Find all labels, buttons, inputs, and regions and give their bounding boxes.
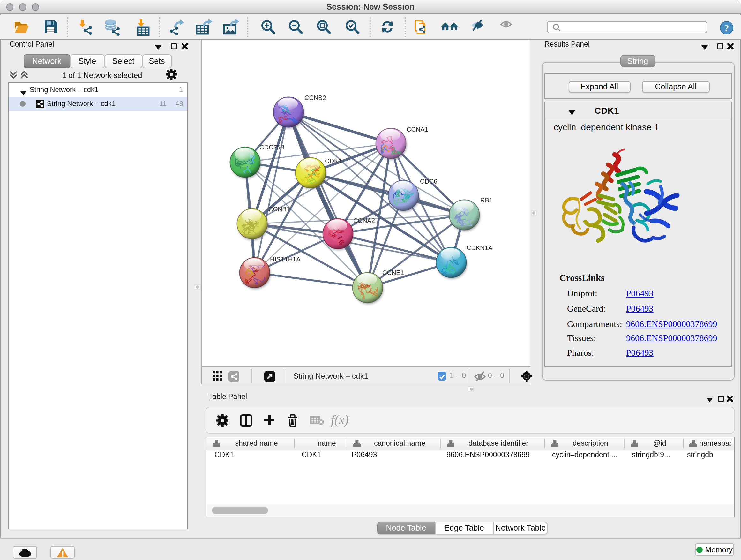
svg-text:CDKN1A: CDKN1A [466, 244, 492, 251]
svg-text:HIST1H1A: HIST1H1A [270, 255, 300, 262]
svg-text:?: ? [724, 22, 729, 33]
svg-text:CCNB2: CCNB2 [304, 94, 326, 101]
svg-text:CDC6: CDC6 [420, 178, 437, 185]
svg-text:CDK1: CDK1 [325, 157, 341, 164]
svg-text:CDC25B: CDC25B [259, 143, 284, 150]
svg-text:RB1: RB1 [480, 196, 492, 203]
svg-text:CCNA1: CCNA1 [406, 125, 428, 132]
svg-text:CCNA2: CCNA2 [353, 217, 375, 224]
svg-text:CCNE1: CCNE1 [382, 269, 404, 276]
svg-text:CCNB1: CCNB1 [268, 205, 290, 212]
